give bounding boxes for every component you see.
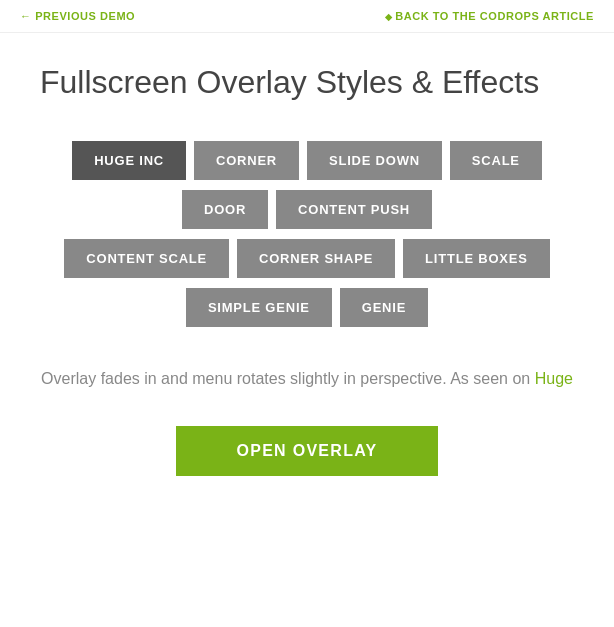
prev-demo-link[interactable]: PREVIOUS DEMO (20, 10, 135, 22)
back-to-article-label: BACK TO THE CODROPS ARTICLE (395, 10, 594, 22)
buttons-row: HUGE INCCORNERSLIDE DOWNSCALE (72, 141, 542, 180)
top-nav: PREVIOUS DEMO BACK TO THE CODROPS ARTICL… (0, 0, 614, 33)
arrow-left-icon (20, 10, 35, 22)
style-btn-simple-genie[interactable]: SIMPLE GENIE (186, 288, 332, 327)
main-content: Fullscreen Overlay Styles & Effects HUGE… (0, 33, 614, 506)
buttons-row: DOORCONTENT PUSH (182, 190, 432, 229)
style-btn-little-boxes[interactable]: LITTLE BOXES (403, 239, 550, 278)
style-btn-corner-shape[interactable]: CORNER SHAPE (237, 239, 395, 278)
buttons-row: SIMPLE GENIEGENIE (186, 288, 428, 327)
style-btn-huge-inc[interactable]: HUGE INC (72, 141, 186, 180)
description-text: Overlay fades in and menu rotates slight… (40, 367, 574, 391)
page-title: Fullscreen Overlay Styles & Effects (40, 63, 574, 101)
back-to-article-link[interactable]: BACK TO THE CODROPS ARTICLE (385, 10, 594, 22)
description-highlight: Huge (535, 370, 573, 387)
style-btn-genie[interactable]: GENIE (340, 288, 428, 327)
style-btn-slide-down[interactable]: SLIDE DOWN (307, 141, 442, 180)
style-buttons-grid: HUGE INCCORNERSLIDE DOWNSCALEDOORCONTENT… (40, 141, 574, 327)
prev-demo-label: PREVIOUS DEMO (35, 10, 135, 22)
style-btn-scale[interactable]: SCALE (450, 141, 542, 180)
description-main: Overlay fades in and menu rotates slight… (41, 370, 535, 387)
style-btn-content-scale[interactable]: CONTENT SCALE (64, 239, 229, 278)
open-overlay-button[interactable]: OPEN OVERLAY (176, 426, 437, 476)
diamond-icon (385, 10, 396, 22)
style-btn-door[interactable]: DOOR (182, 190, 268, 229)
buttons-row: CONTENT SCALECORNER SHAPELITTLE BOXES (64, 239, 549, 278)
style-btn-content-push[interactable]: CONTENT PUSH (276, 190, 432, 229)
style-btn-corner[interactable]: CORNER (194, 141, 299, 180)
